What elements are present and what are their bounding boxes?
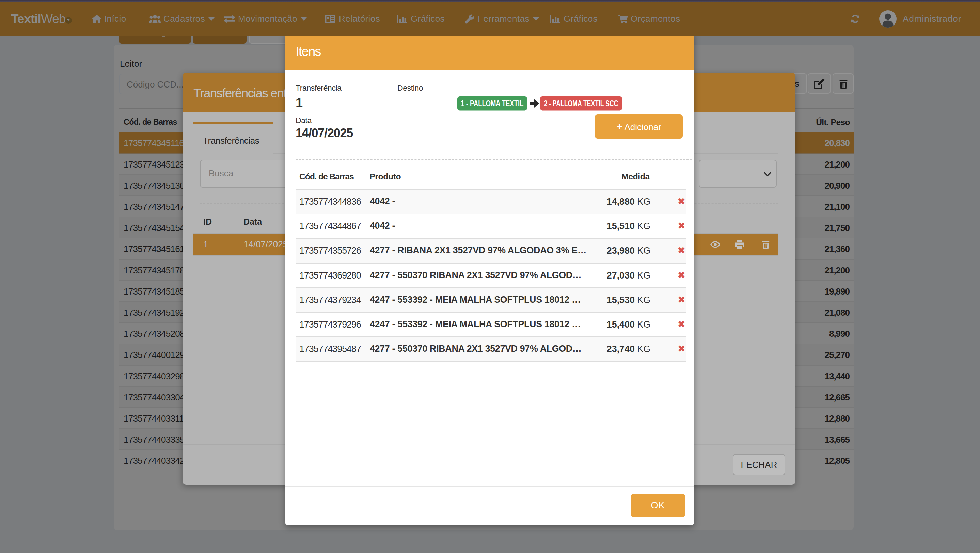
svg-text:2 - PALLOMA TEXTIL SCC: 2 - PALLOMA TEXTIL SCC — [544, 99, 618, 108]
svg-text:1 - PALLOMA TEXTIL: 1 - PALLOMA TEXTIL — [461, 99, 523, 108]
